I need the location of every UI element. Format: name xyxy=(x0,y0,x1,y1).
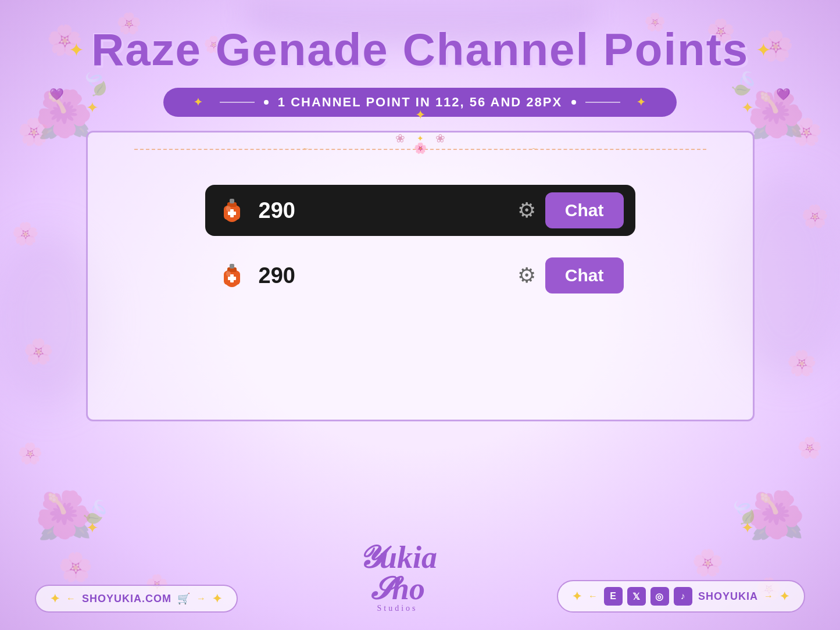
footer: ✦ ← SHOYUKIA.COM 🛒 → ✦ 𝒴ukia 𝒮ho Studios… xyxy=(0,542,840,613)
banner-line-left xyxy=(220,102,255,103)
page-title: Raze Genade Channel Points xyxy=(91,23,749,76)
cart-icon: 🛒 xyxy=(177,592,191,605)
corner-diamond-bl: ✦ xyxy=(86,519,99,537)
footer-right-pill: ✦ ← E 𝕏 ◎ ♪ SHOYUKIA → ✦ xyxy=(557,580,805,613)
social-icons-group: E 𝕏 ◎ ♪ xyxy=(604,587,692,606)
diamond-right: ✦ xyxy=(756,39,771,61)
footer-website: SHOYUKIA.COM xyxy=(82,593,171,605)
channel-item-2: 290 ⚙ Chat xyxy=(205,250,635,301)
left-pill-diamond-right: ✦ xyxy=(212,592,223,606)
footer-left-pill: ✦ ← SHOYUKIA.COM 🛒 → ✦ xyxy=(35,585,238,613)
main-frame: ❀ ✦ ❀ 🌸 ~ ~ xyxy=(86,131,755,421)
channel-items-container: 290 ⚙ Chat xyxy=(111,185,730,301)
banner-dot-left xyxy=(264,100,269,105)
banner-diamond-left: ✦ xyxy=(194,96,203,109)
banner-line-right xyxy=(585,102,620,103)
logo-yukia: 𝒴ukia xyxy=(358,542,437,573)
svg-rect-12 xyxy=(228,277,236,280)
frame-deco-line: 🌸 ~ ~ xyxy=(134,149,706,150)
svg-rect-5 xyxy=(228,212,236,215)
etsy-icon[interactable]: E xyxy=(604,587,623,606)
channel-points-2: 290 xyxy=(259,263,508,288)
main-container: ✦ Raze Genade Channel Points ✦ ✦ 1 CHANN… xyxy=(12,12,828,618)
banner-diamond-right: ✦ xyxy=(637,96,646,109)
svg-point-6 xyxy=(226,206,231,212)
channel-item-1: 290 ⚙ Chat xyxy=(205,185,635,236)
logo-studios: Studios xyxy=(377,604,417,613)
channel-icon-2 xyxy=(217,259,249,292)
gear-icon-2[interactable]: ⚙ xyxy=(517,263,536,288)
title-row: ✦ Raze Genade Channel Points ✦ xyxy=(12,12,828,88)
left-pill-arrow: ← xyxy=(66,593,76,604)
corner-diamond-tr: ✦ xyxy=(741,99,754,117)
left-pill-diamond: ✦ xyxy=(50,592,60,606)
footer-username: SHOYUKIA xyxy=(698,590,758,603)
svg-point-13 xyxy=(226,271,231,277)
diamond-left: ✦ xyxy=(69,39,84,61)
svg-rect-3 xyxy=(230,199,234,203)
right-pill-diamond-right: ✦ xyxy=(780,589,790,603)
footer-logo: 𝒴ukia 𝒮ho Studios ✦••• ✦••• xyxy=(358,542,437,613)
right-pill-arrow-left2: ← xyxy=(588,591,598,602)
right-pill-arrow-right: → xyxy=(764,591,774,602)
frame-star-center: ✦ xyxy=(417,134,424,143)
chat-button-1[interactable]: Chat xyxy=(545,192,624,228)
channel-icon-1 xyxy=(217,194,249,227)
svg-rect-10 xyxy=(230,264,234,269)
banner-top-diamond: ✦ xyxy=(415,108,426,123)
right-pill-arrow-left: → xyxy=(196,593,206,604)
twitter-icon[interactable]: 𝕏 xyxy=(627,587,646,606)
chat-button-2[interactable]: Chat xyxy=(545,257,624,293)
frame-flower-left: ❀ xyxy=(395,131,405,145)
logo-sho: 𝒮ho xyxy=(370,573,425,604)
frame-top-ornament: ❀ ✦ ❀ xyxy=(395,131,445,145)
channel-points-1: 290 xyxy=(259,198,508,223)
gear-icon-1[interactable]: ⚙ xyxy=(517,198,536,223)
frame-flower-right: ❀ xyxy=(435,131,445,145)
instagram-icon[interactable]: ◎ xyxy=(650,587,669,606)
tiktok-icon[interactable]: ♪ xyxy=(674,587,692,606)
corner-diamond-tl: ✦ xyxy=(86,99,99,117)
right-pill-diamond-left: ✦ xyxy=(572,589,582,603)
banner-dot-right xyxy=(571,100,576,105)
corner-diamond-br: ✦ xyxy=(741,519,754,537)
